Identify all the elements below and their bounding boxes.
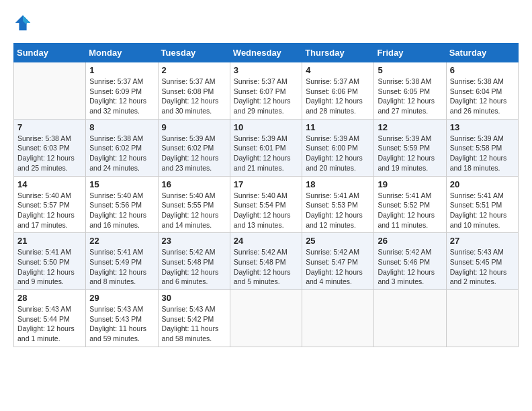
calendar-cell: 24Sunrise: 5:42 AM Sunset: 5:48 PM Dayli… xyxy=(230,233,302,290)
day-number: 17 xyxy=(234,179,298,189)
day-number: 8 xyxy=(89,122,154,132)
calendar-cell: 13Sunrise: 5:39 AM Sunset: 5:58 PM Dayli… xyxy=(446,119,518,176)
calendar-cell: 23Sunrise: 5:42 AM Sunset: 5:48 PM Dayli… xyxy=(158,233,230,290)
day-number: 19 xyxy=(378,179,442,189)
calendar-cell: 3Sunrise: 5:37 AM Sunset: 6:07 PM Daylig… xyxy=(230,62,302,120)
weekday-header-sunday: Sunday xyxy=(14,44,86,62)
calendar-cell: 5Sunrise: 5:38 AM Sunset: 6:05 PM Daylig… xyxy=(374,62,446,120)
day-info: Sunrise: 5:39 AM Sunset: 5:59 PM Dayligh… xyxy=(378,134,442,173)
calendar-cell xyxy=(374,290,446,347)
day-info: Sunrise: 5:40 AM Sunset: 5:57 PM Dayligh… xyxy=(17,191,82,230)
weekday-header-row: SundayMondayTuesdayWednesdayThursdayFrid… xyxy=(14,44,519,62)
calendar-cell: 15Sunrise: 5:40 AM Sunset: 5:56 PM Dayli… xyxy=(86,176,158,233)
calendar-cell: 20Sunrise: 5:41 AM Sunset: 5:51 PM Dayli… xyxy=(446,176,518,233)
day-number: 24 xyxy=(234,236,298,246)
calendar-cell: 27Sunrise: 5:43 AM Sunset: 5:45 PM Dayli… xyxy=(446,233,518,290)
calendar-cell: 1Sunrise: 5:37 AM Sunset: 6:09 PM Daylig… xyxy=(86,62,158,120)
day-number: 12 xyxy=(378,122,442,132)
day-info: Sunrise: 5:42 AM Sunset: 5:46 PM Dayligh… xyxy=(378,247,442,287)
day-number: 2 xyxy=(162,65,226,75)
day-info: Sunrise: 5:41 AM Sunset: 5:50 PM Dayligh… xyxy=(17,247,82,287)
day-number: 25 xyxy=(306,236,370,246)
day-info: Sunrise: 5:41 AM Sunset: 5:52 PM Dayligh… xyxy=(378,191,442,230)
week-row-5: 28Sunrise: 5:43 AM Sunset: 5:44 PM Dayli… xyxy=(14,290,519,347)
calendar-cell: 21Sunrise: 5:41 AM Sunset: 5:50 PM Dayli… xyxy=(14,233,86,290)
day-info: Sunrise: 5:43 AM Sunset: 5:42 PM Dayligh… xyxy=(162,304,226,344)
calendar-cell: 30Sunrise: 5:43 AM Sunset: 5:42 PM Dayli… xyxy=(158,290,230,347)
calendar-cell: 11Sunrise: 5:39 AM Sunset: 6:00 PM Dayli… xyxy=(302,119,374,176)
day-number: 4 xyxy=(306,65,370,75)
day-info: Sunrise: 5:39 AM Sunset: 6:00 PM Dayligh… xyxy=(306,134,370,173)
day-info: Sunrise: 5:39 AM Sunset: 5:58 PM Dayligh… xyxy=(450,134,515,173)
day-info: Sunrise: 5:37 AM Sunset: 6:08 PM Dayligh… xyxy=(162,77,226,116)
calendar-cell: 10Sunrise: 5:39 AM Sunset: 6:01 PM Dayli… xyxy=(230,119,302,176)
weekday-header-tuesday: Tuesday xyxy=(158,44,230,62)
day-info: Sunrise: 5:38 AM Sunset: 6:04 PM Dayligh… xyxy=(450,77,515,116)
day-info: Sunrise: 5:42 AM Sunset: 5:48 PM Dayligh… xyxy=(162,247,226,287)
day-info: Sunrise: 5:40 AM Sunset: 5:55 PM Dayligh… xyxy=(162,191,226,230)
calendar-cell: 28Sunrise: 5:43 AM Sunset: 5:44 PM Dayli… xyxy=(14,290,86,347)
day-number: 3 xyxy=(234,65,298,75)
day-info: Sunrise: 5:41 AM Sunset: 5:53 PM Dayligh… xyxy=(306,191,370,230)
weekday-header-friday: Friday xyxy=(374,44,446,62)
day-info: Sunrise: 5:40 AM Sunset: 5:56 PM Dayligh… xyxy=(89,191,154,230)
calendar-cell: 6Sunrise: 5:38 AM Sunset: 6:04 PM Daylig… xyxy=(446,62,518,120)
day-number: 15 xyxy=(89,179,154,189)
weekday-header-wednesday: Wednesday xyxy=(230,44,302,62)
day-number: 21 xyxy=(17,236,82,246)
calendar-cell: 8Sunrise: 5:38 AM Sunset: 6:02 PM Daylig… xyxy=(86,119,158,176)
calendar-body: 1Sunrise: 5:37 AM Sunset: 6:09 PM Daylig… xyxy=(14,62,519,347)
weekday-header-thursday: Thursday xyxy=(302,44,374,62)
calendar-cell: 22Sunrise: 5:41 AM Sunset: 5:49 PM Dayli… xyxy=(86,233,158,290)
day-info: Sunrise: 5:37 AM Sunset: 6:07 PM Dayligh… xyxy=(234,77,298,116)
week-row-1: 1Sunrise: 5:37 AM Sunset: 6:09 PM Daylig… xyxy=(14,62,519,120)
day-number: 28 xyxy=(17,293,82,303)
calendar-cell: 26Sunrise: 5:42 AM Sunset: 5:46 PM Dayli… xyxy=(374,233,446,290)
day-number: 30 xyxy=(162,293,226,303)
day-info: Sunrise: 5:43 AM Sunset: 5:45 PM Dayligh… xyxy=(450,247,515,287)
day-number: 6 xyxy=(450,65,515,75)
weekday-header-monday: Monday xyxy=(86,44,158,62)
calendar-cell: 29Sunrise: 5:43 AM Sunset: 5:43 PM Dayli… xyxy=(86,290,158,347)
day-info: Sunrise: 5:42 AM Sunset: 5:48 PM Dayligh… xyxy=(234,247,298,287)
week-row-3: 14Sunrise: 5:40 AM Sunset: 5:57 PM Dayli… xyxy=(14,176,519,233)
day-number: 29 xyxy=(89,293,154,303)
calendar-cell xyxy=(302,290,374,347)
day-number: 9 xyxy=(162,122,226,132)
calendar-cell: 4Sunrise: 5:37 AM Sunset: 6:06 PM Daylig… xyxy=(302,62,374,120)
calendar: SundayMondayTuesdayWednesdayThursdayFrid… xyxy=(13,43,519,347)
day-info: Sunrise: 5:39 AM Sunset: 6:01 PM Dayligh… xyxy=(234,134,298,173)
day-info: Sunrise: 5:43 AM Sunset: 5:43 PM Dayligh… xyxy=(89,304,154,344)
day-number: 10 xyxy=(234,122,298,132)
day-number: 7 xyxy=(17,122,82,132)
calendar-cell: 25Sunrise: 5:42 AM Sunset: 5:47 PM Dayli… xyxy=(302,233,374,290)
day-info: Sunrise: 5:38 AM Sunset: 6:02 PM Dayligh… xyxy=(89,134,154,173)
day-info: Sunrise: 5:42 AM Sunset: 5:47 PM Dayligh… xyxy=(306,247,370,287)
calendar-cell: 9Sunrise: 5:39 AM Sunset: 6:02 PM Daylig… xyxy=(158,119,230,176)
day-number: 22 xyxy=(89,236,154,246)
calendar-cell xyxy=(14,62,86,120)
day-info: Sunrise: 5:37 AM Sunset: 6:09 PM Dayligh… xyxy=(89,77,154,116)
day-number: 26 xyxy=(378,236,442,246)
calendar-cell: 7Sunrise: 5:38 AM Sunset: 6:03 PM Daylig… xyxy=(14,119,86,176)
calendar-cell: 2Sunrise: 5:37 AM Sunset: 6:08 PM Daylig… xyxy=(158,62,230,120)
weekday-header-saturday: Saturday xyxy=(446,44,518,62)
day-number: 27 xyxy=(450,236,515,246)
calendar-cell: 16Sunrise: 5:40 AM Sunset: 5:55 PM Dayli… xyxy=(158,176,230,233)
calendar-cell: 12Sunrise: 5:39 AM Sunset: 5:59 PM Dayli… xyxy=(374,119,446,176)
day-info: Sunrise: 5:38 AM Sunset: 6:05 PM Dayligh… xyxy=(378,77,442,116)
day-info: Sunrise: 5:38 AM Sunset: 6:03 PM Dayligh… xyxy=(17,134,82,173)
day-number: 11 xyxy=(306,122,370,132)
day-number: 16 xyxy=(162,179,226,189)
calendar-cell xyxy=(446,290,518,347)
day-number: 20 xyxy=(450,179,515,189)
day-number: 13 xyxy=(450,122,515,132)
week-row-2: 7Sunrise: 5:38 AM Sunset: 6:03 PM Daylig… xyxy=(14,119,519,176)
week-row-4: 21Sunrise: 5:41 AM Sunset: 5:50 PM Dayli… xyxy=(14,233,519,290)
day-number: 5 xyxy=(378,65,442,75)
calendar-cell: 17Sunrise: 5:40 AM Sunset: 5:54 PM Dayli… xyxy=(230,176,302,233)
calendar-cell: 19Sunrise: 5:41 AM Sunset: 5:52 PM Dayli… xyxy=(374,176,446,233)
page-header xyxy=(13,13,519,32)
day-info: Sunrise: 5:40 AM Sunset: 5:54 PM Dayligh… xyxy=(234,191,298,230)
day-number: 18 xyxy=(306,179,370,189)
